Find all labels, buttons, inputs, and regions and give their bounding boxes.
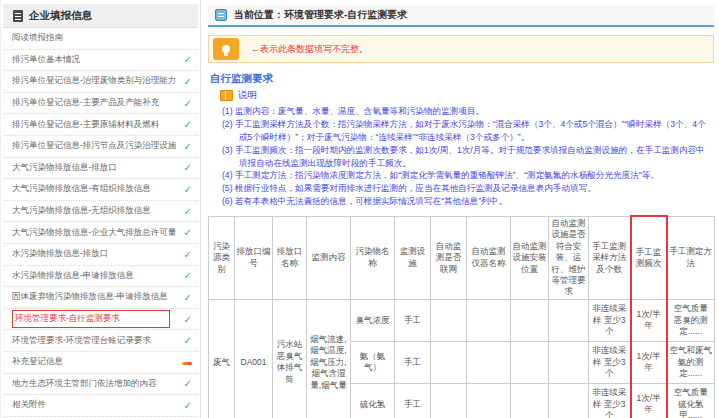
check-icon: ✓ [178, 119, 192, 130]
sidebar-item-label: 大气污染物排放信息-有组织排放信息 [12, 183, 151, 195]
cell-auto-device [467, 299, 511, 341]
cell-auto-compliant [549, 299, 589, 341]
check-icon: ✓ [178, 141, 192, 152]
main-content: 当前位置：环境管理要求-自行监测要求 ←表示此条数据填写不完整。 自行监测要求 … [201, 0, 719, 418]
cell-method: 空气和废气 氨的测定...... [667, 341, 715, 383]
check-icon: ✓ [178, 184, 192, 195]
sidebar-item[interactable]: 排污单位基本情况 ✓ [3, 50, 198, 72]
col-header: 污染物名称 [351, 216, 395, 299]
check-icon: ✓ [178, 249, 192, 260]
sidebar-item[interactable]: 排污单位登记信息-治理废物类别与治理能力 ✓ [3, 71, 198, 93]
lightbulb-icon [213, 38, 239, 60]
sidebar-item[interactable]: 补充登记信息 [3, 352, 198, 374]
sidebar-item[interactable]: 水污染物排放信息-申请排放信息 ✓ [3, 266, 198, 288]
note-line: (3) 手工监测频次：指一段时期内的监测次数要求，如1次/周、1次/月等。对于规… [222, 144, 710, 170]
cell-sampling: 非连续采样 至少3个 [589, 383, 631, 418]
cell-auto-compliant [549, 341, 589, 383]
table-header-row: 污染源类别 排放口编号 排放口名称 监测内容 污染物名称 监测设施 自动监测是否… [209, 216, 715, 299]
cell-sampling: 非连续采样 至少3个 [589, 299, 631, 341]
monitoring-requirements-table: 污染源类别 排放口编号 排放口名称 监测内容 污染物名称 监测设施 自动监测是否… [208, 215, 715, 418]
col-header: 自动监测仪器名称 [467, 216, 511, 299]
breadcrumb-text: 当前位置：环境管理要求-自行监测要求 [234, 8, 407, 22]
check-icon: ✓ [178, 400, 192, 411]
col-header: 自动监测设施是否符合安装、运行、维护等管理要求 [549, 216, 589, 299]
check-icon: ✓ [178, 206, 192, 217]
sidebar-item-label: 排污单位登记信息-排污节点及污染治理设施 [12, 140, 176, 152]
sidebar-item-label: 环境管理要求-自行监测要求 [12, 310, 170, 328]
cell-monitor-content: 烟气流速,烟气温度,烟气压力,烟气含湿量,烟气量 [307, 299, 351, 418]
col-header-highlighted: 手工监测频次 [631, 216, 667, 299]
sidebar-item[interactable]: 排污单位登记信息-主要产品及产能补充 ✓ [3, 93, 198, 115]
col-header: 自动监测是否联网 [431, 216, 467, 299]
check-icon: ✓ [178, 314, 192, 325]
sidebar-item-label: 大气污染物排放信息-排放口 [12, 162, 117, 174]
sidebar-item[interactable]: 大气污染物排放信息-企业大气排放总许可量 ✓ [3, 222, 198, 244]
location-icon [215, 9, 227, 21]
sidebar-item[interactable]: 排污单位登记信息-主要原辅材料及燃料 ✓ [3, 114, 198, 136]
check-icon: ✓ [178, 98, 192, 109]
check-icon: ✓ [178, 76, 192, 87]
sidebar-item-label: 补充登记信息 [12, 356, 63, 368]
cell-auto-position [511, 341, 549, 383]
cell-frequency-highlighted: 1次/半年 [631, 299, 667, 341]
cell-auto-networked [431, 341, 467, 383]
sidebar-item-label: 大气污染物排放信息-无组织排放信息 [12, 205, 151, 217]
breadcrumb: 当前位置：环境管理要求-自行监测要求 [208, 5, 714, 27]
sidebar-item[interactable]: 大气污染物排放信息-无组织排放信息 ✓ [3, 201, 198, 223]
document-icon [13, 10, 23, 22]
sidebar-item[interactable]: 阅读填报指南 [3, 28, 198, 50]
cell-pollutant: 硫化氢 [351, 383, 395, 418]
sidebar-item[interactable]: 相关附件 ✓ [3, 395, 198, 417]
incomplete-notice: ←表示此条数据填写不完整。 [208, 35, 714, 63]
sidebar-item-label: 环境管理要求-环境管理台账记录要求 [12, 335, 151, 347]
sidebar-item[interactable]: 固体废弃物污染物排放信息-申请排放信息 ✓ [3, 287, 198, 309]
cell-sampling: 非连续采样 至少3个 [589, 341, 631, 383]
note-header-label: 说明 [238, 89, 257, 102]
sidebar-item[interactable]: 环境管理要求-环境管理台账记录要求 ✓ [3, 330, 198, 352]
check-icon: ✓ [178, 54, 192, 65]
sidebar-item-label: 排污单位登记信息-主要原辅材料及燃料 [12, 119, 159, 131]
col-header: 监测内容 [307, 216, 351, 299]
check-icon: ✓ [178, 227, 192, 238]
check-icon: ✓ [178, 292, 192, 303]
table-row: 废气 DA001 污水站恶臭气体排气筒 烟气流速,烟气温度,烟气压力,烟气含湿量… [209, 299, 715, 341]
note-line: (4) 手工测定方法：指污染物浓度测定方法，如“测定化学需氧量的重铬酸钾法”、“… [222, 169, 710, 182]
sidebar-item[interactable]: 地方生态环境主管部门依法增加的内容 ✓ [3, 374, 198, 396]
sidebar-item[interactable]: 排污单位登记信息-排污节点及污染治理设施 ✓ [3, 136, 198, 158]
cell-pollutant: 臭气浓度 [351, 299, 395, 341]
sidebar-title: 企业填报信息 [29, 9, 92, 23]
note-line: (2) 手工监测采样方法及个数：指污染物采样方法，如对于废水污染物：“混合采样（… [222, 118, 710, 144]
sidebar-item-label: 相关附件 [12, 399, 46, 411]
cell-auto-position [511, 299, 549, 341]
check-icon: ✓ [178, 335, 192, 346]
cell-source-type: 废气 [209, 299, 235, 418]
sidebar-item-label: 排污单位登记信息-主要产品及产能补充 [12, 97, 159, 109]
sidebar-item[interactable]: 大气污染物排放信息-排放口 ✓ [3, 158, 198, 180]
check-icon: ✓ [178, 270, 192, 281]
sidebar-item-current[interactable]: 环境管理要求-自行监测要求 ✓ [3, 309, 198, 331]
sidebar-item-label: 水污染物排放信息-申请排放信息 [12, 270, 134, 282]
cell-auto-networked [431, 299, 467, 341]
sidebar-item[interactable]: 水污染物排放信息-排放口 ✓ [3, 244, 198, 266]
sidebar-item-label: 大气污染物排放信息-企业大气排放总许可量 [12, 227, 176, 239]
cell-facility: 手工 [395, 341, 431, 383]
cell-auto-compliant [549, 383, 589, 418]
check-icon: ✓ [178, 378, 192, 389]
cell-auto-device [467, 383, 511, 418]
cell-frequency-highlighted: 1次/半年 [631, 383, 667, 418]
sidebar-item-label: 水污染物排放信息-排放口 [12, 248, 108, 260]
sidebar-item[interactable]: 大气污染物排放信息-有组织排放信息 ✓ [3, 179, 198, 201]
cell-pollutant: 氨（氨气） [351, 341, 395, 383]
instruction-notes: (1) 监测内容：废气量、水量、温度、含氧量等和污染物的监测项目。 (2) 手工… [222, 105, 710, 208]
cell-facility: 手工 [395, 383, 431, 418]
col-header: 排放口编号 [235, 216, 273, 299]
col-header: 手工测定方法 [667, 216, 715, 299]
sidebar: 企业填报信息 阅读填报指南 排污单位基本情况 ✓ 排污单位登记信息-治理废物类别… [0, 0, 201, 418]
check-icon: ✓ [178, 162, 192, 173]
col-header: 手工监测采样方法及个数 [589, 216, 631, 299]
note-line: (5) 根据行业特点，如果需要对雨排水进行监测的，应当在其他自行监测及记录信息表… [222, 182, 710, 195]
cell-frequency-highlighted: 1次/半年 [631, 341, 667, 383]
col-header: 排放口名称 [273, 216, 307, 299]
col-header: 自动监测设施安装位置 [511, 216, 549, 299]
sidebar-header: 企业填报信息 [3, 4, 198, 28]
